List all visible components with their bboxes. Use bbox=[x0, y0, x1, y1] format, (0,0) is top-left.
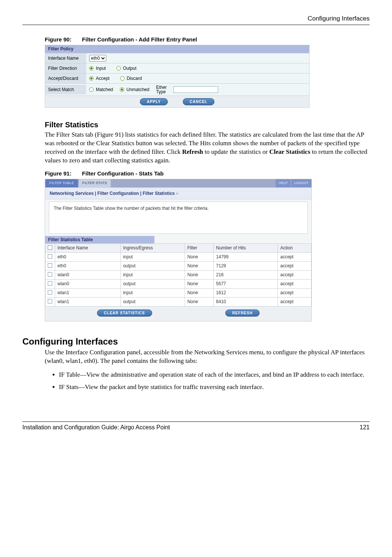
cell-interface: wlan0 bbox=[55, 279, 121, 288]
discard-label: Discard bbox=[127, 76, 142, 81]
cell-action: accept bbox=[278, 279, 311, 288]
breadcrumb: Networking Services | Filter Configurati… bbox=[45, 187, 311, 199]
figure91-title: Filter Configuration - Stats Tab bbox=[82, 170, 164, 177]
cell-direction: input bbox=[120, 252, 185, 261]
direction-input-label: Input bbox=[96, 66, 106, 71]
cell-action: accept bbox=[278, 252, 311, 261]
figure91-caption: Figure 91: Filter Configuration - Stats … bbox=[45, 170, 370, 177]
interface-name-select[interactable]: eth0 bbox=[89, 55, 106, 62]
row-checkbox[interactable] bbox=[48, 281, 52, 286]
ether-label-line2: Type bbox=[156, 90, 167, 94]
col-action: Action bbox=[278, 243, 311, 252]
cell-direction: output bbox=[120, 297, 185, 306]
filter-statistics-table-title: Filter Statistics Table bbox=[45, 236, 154, 243]
row-checkbox[interactable] bbox=[48, 263, 52, 268]
cell-action: accept bbox=[278, 288, 311, 297]
cell-filter: None bbox=[185, 261, 214, 270]
cell-interface: wlan1 bbox=[55, 288, 121, 297]
filter-direction-row: Filter Direction Input Output bbox=[45, 63, 309, 73]
col-interface-name: Interface Name bbox=[55, 243, 121, 252]
cell-filter: None bbox=[185, 297, 214, 306]
cell-filter: None bbox=[185, 288, 214, 297]
cell-direction: input bbox=[120, 288, 185, 297]
help-button[interactable]: HELP bbox=[276, 179, 291, 187]
select-match-label: Select Match bbox=[45, 85, 86, 94]
discard-radio[interactable] bbox=[120, 76, 125, 81]
figure90-caption: Figure 90: Filter Configuration - Add Fi… bbox=[45, 36, 370, 43]
configuring-interfaces-heading: Configuring Interfaces bbox=[22, 336, 370, 347]
cell-hits: 6410 bbox=[214, 297, 278, 306]
cell-hits: 216 bbox=[214, 270, 278, 279]
breadcrumb-1: Networking Services bbox=[50, 191, 94, 196]
cell-action: accept bbox=[278, 297, 311, 306]
tab-filter-stats[interactable]: FILTER STATS bbox=[79, 179, 111, 187]
logout-button[interactable]: LOGOUT bbox=[291, 179, 311, 187]
select-all-checkbox[interactable] bbox=[48, 245, 52, 250]
direction-input-radio[interactable] bbox=[89, 66, 94, 71]
unmatched-label: Unmatched bbox=[126, 87, 149, 92]
accept-discard-row: Accept/Discard Accept Discard bbox=[45, 73, 309, 83]
list-item: IF Stats—View the packet and byte statis… bbox=[59, 383, 370, 392]
cell-interface: wlan1 bbox=[55, 297, 121, 306]
col-filter: Filter bbox=[185, 243, 214, 252]
filter-stats-panel: FILTER TABLE FILTER STATS HELP LOGOUT Ne… bbox=[45, 179, 312, 321]
col-number-of-hits: Number of Hits bbox=[214, 243, 278, 252]
interface-name-label: Interface Name bbox=[45, 53, 86, 63]
direction-output-radio[interactable] bbox=[116, 66, 121, 71]
cell-action: accept bbox=[278, 270, 311, 279]
filter-direction-label: Filter Direction bbox=[45, 63, 86, 73]
matched-label: Matched bbox=[96, 87, 113, 92]
apply-button[interactable]: APPLY bbox=[140, 98, 168, 105]
cancel-button[interactable]: CANCEL bbox=[183, 98, 215, 105]
select-match-row: Select Match Matched Unmatched Ether Typ… bbox=[45, 83, 309, 96]
col-ingress-egress: Ingress/Egress bbox=[120, 243, 185, 252]
cell-hits: 14799 bbox=[214, 252, 278, 261]
row-checkbox[interactable] bbox=[48, 290, 52, 295]
accept-label: Accept bbox=[96, 76, 110, 81]
cell-direction: input bbox=[120, 270, 185, 279]
cell-interface: eth0 bbox=[55, 261, 121, 270]
unmatched-radio[interactable] bbox=[120, 87, 124, 92]
direction-output-label: Output bbox=[123, 66, 137, 71]
cell-filter: None bbox=[185, 279, 214, 288]
cell-action: accept bbox=[278, 261, 311, 270]
cell-hits: 1612 bbox=[214, 288, 278, 297]
tab-bar: FILTER TABLE FILTER STATS HELP LOGOUT bbox=[45, 179, 311, 187]
configuring-interfaces-bullets: IF Table—View the administrative and ope… bbox=[51, 371, 370, 392]
table-row: wlan0outputNone5577accept bbox=[46, 279, 311, 288]
footer-page-number: 121 bbox=[360, 424, 370, 431]
figure90-number: Figure 90: bbox=[45, 36, 72, 43]
filter-statistics-heading: Filter Statistics bbox=[45, 121, 370, 129]
accept-discard-label: Accept/Discard bbox=[45, 74, 86, 83]
interface-name-row: Interface Name eth0 bbox=[45, 53, 309, 63]
cell-hits: 5577 bbox=[214, 279, 278, 288]
cell-interface: eth0 bbox=[55, 252, 121, 261]
filter-statistics-body: The Filter Stats tab (Figure 91) lists s… bbox=[45, 131, 370, 165]
row-checkbox[interactable] bbox=[48, 272, 52, 277]
stats-description: The Filter Statistics Table show the num… bbox=[49, 202, 308, 234]
configuring-interfaces-body: Use the Interface Configuration panel, a… bbox=[45, 348, 370, 365]
running-header: Configuring Interfaces bbox=[22, 15, 370, 25]
cell-direction: output bbox=[120, 261, 185, 270]
table-row: wlan1inputNone1612accept bbox=[46, 288, 311, 297]
cell-interface: wlan0 bbox=[55, 270, 121, 279]
clear-statistics-button[interactable]: CLEAR STATISTICS bbox=[97, 309, 152, 317]
list-item: IF Table—View the administrative and ope… bbox=[59, 371, 370, 379]
accept-radio[interactable] bbox=[89, 76, 94, 81]
matched-radio[interactable] bbox=[89, 87, 94, 92]
figure91-number: Figure 91: bbox=[45, 170, 72, 177]
breadcrumb-3: Filter Statistics bbox=[142, 191, 175, 196]
refresh-button[interactable]: REFRESH bbox=[225, 309, 260, 317]
ether-type-input[interactable] bbox=[173, 86, 218, 93]
row-checkbox[interactable] bbox=[48, 254, 52, 259]
row-checkbox[interactable] bbox=[48, 299, 52, 304]
cell-filter: None bbox=[185, 270, 214, 279]
footer-title: Installation and Configuration Guide: Ai… bbox=[22, 424, 170, 431]
filter-policy-panel: Filter Policy Interface Name eth0 Filter… bbox=[45, 45, 310, 108]
figure90-title: Filter Configuration - Add Filter Entry … bbox=[82, 36, 197, 43]
tab-filter-table[interactable]: FILTER TABLE bbox=[46, 179, 78, 187]
cell-filter: None bbox=[185, 252, 214, 261]
filter-statistics-table: Interface Name Ingress/Egress Filter Num… bbox=[45, 243, 311, 306]
cell-direction: output bbox=[120, 279, 185, 288]
table-row: wlan1outputNone6410accept bbox=[46, 297, 311, 306]
